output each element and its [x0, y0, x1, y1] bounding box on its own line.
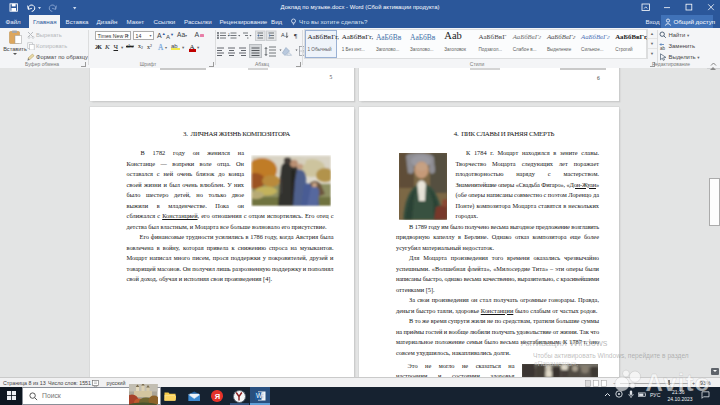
svg-text:1.: 1. [228, 33, 231, 37]
svg-text:W: W [256, 392, 263, 399]
svg-text:ab: ab [660, 45, 666, 50]
svg-text:А: А [281, 32, 285, 38]
svg-text:¶: ¶ [294, 32, 298, 40]
